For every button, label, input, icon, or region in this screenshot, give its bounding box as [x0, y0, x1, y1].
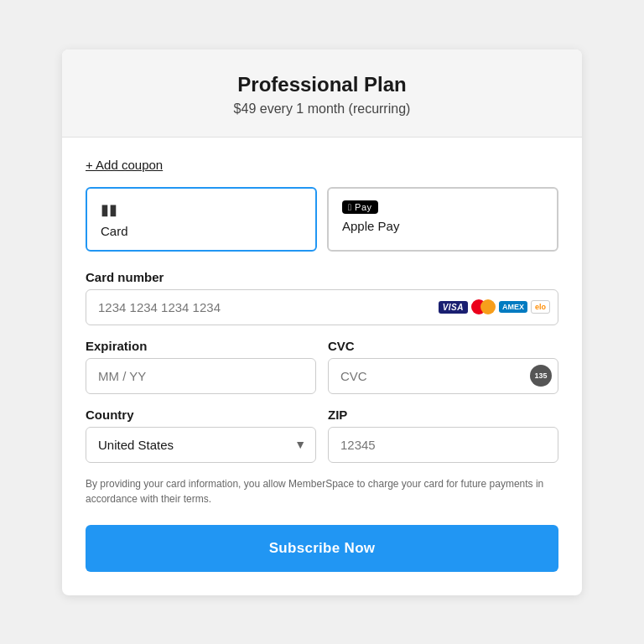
elo-logo: elo [531, 300, 550, 314]
payment-container: Professional Plan $49 every 1 month (rec… [62, 49, 582, 595]
country-zip-row: Country United States Canada United King… [86, 408, 558, 463]
card-icon: ▮▮ [101, 200, 117, 219]
card-method-label: Card [101, 224, 128, 238]
apple-pay-method-button[interactable]:  Pay Apple Pay [327, 187, 558, 252]
expiration-cvc-row: Expiration CVC 135 [86, 339, 558, 394]
payment-methods: ▮▮ Card  Pay Apple Pay [86, 187, 558, 252]
plan-title: Professional Plan [82, 73, 562, 96]
cvc-group: CVC 135 [328, 339, 558, 394]
card-number-wrapper: VISA AMEX elo [86, 289, 558, 325]
apple-pay-badge:  Pay [342, 200, 378, 214]
country-select[interactable]: United States Canada United Kingdom Aust… [86, 427, 316, 463]
cvc-badge-icon: 135 [530, 365, 552, 387]
card-method-button[interactable]: ▮▮ Card [86, 187, 317, 252]
mastercard-logo [471, 299, 496, 314]
subscribe-button[interactable]: Subscribe Now [86, 525, 558, 572]
country-select-wrapper: United States Canada United Kingdom Aust… [86, 427, 316, 463]
expiration-group: Expiration [86, 339, 316, 394]
visa-logo: VISA [439, 301, 468, 314]
cvc-wrapper: 135 [328, 358, 558, 394]
apple-pay-label: Apple Pay [342, 219, 399, 233]
add-coupon-link[interactable]: + Add coupon [86, 158, 163, 172]
zip-label: ZIP [328, 408, 558, 422]
card-number-label: Card number [86, 270, 558, 284]
zip-group: ZIP [328, 408, 558, 463]
cvc-input[interactable] [328, 358, 558, 394]
plan-price: $49 every 1 month (recurring) [82, 101, 562, 117]
card-number-group: Card number VISA AMEX elo [86, 270, 558, 325]
disclaimer-text: By providing your card information, you … [86, 476, 558, 506]
apple-pay-header:  Pay [342, 200, 378, 214]
card-logos: VISA AMEX elo [439, 299, 550, 314]
plan-header: Professional Plan $49 every 1 month (rec… [62, 49, 582, 138]
cvc-label: CVC [328, 339, 558, 353]
form-body: + Add coupon ▮▮ Card  Pay Apple Pay Car… [62, 138, 582, 595]
expiration-label: Expiration [86, 339, 316, 353]
expiration-input[interactable] [86, 358, 316, 394]
country-group: Country United States Canada United King… [86, 408, 316, 463]
country-label: Country [86, 408, 316, 422]
zip-input[interactable] [328, 427, 558, 463]
amex-logo: AMEX [499, 301, 527, 313]
